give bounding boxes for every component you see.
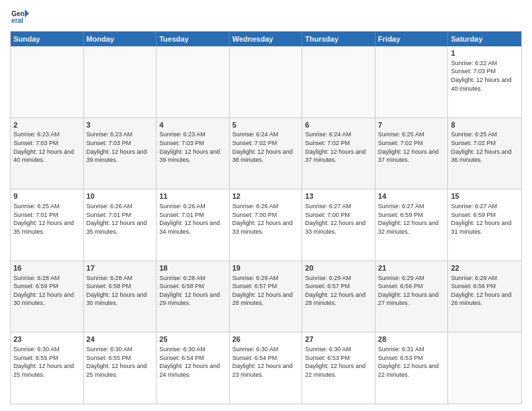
day-cell-1: 1Sunrise: 6:22 AM Sunset: 7:03 PM Daylig…	[448, 46, 521, 118]
day-info: Sunrise: 6:31 AM Sunset: 6:53 PM Dayligh…	[378, 345, 445, 379]
day-number: 22	[451, 263, 519, 273]
day-info: Sunrise: 6:30 AM Sunset: 6:54 PM Dayligh…	[159, 345, 226, 379]
day-cell-4: 4Sunrise: 6:23 AM Sunset: 7:03 PM Daylig…	[157, 118, 230, 189]
day-number: 6	[305, 120, 372, 130]
day-cell-17: 17Sunrise: 6:28 AM Sunset: 6:58 PM Dayli…	[84, 261, 157, 332]
day-cell-14: 14Sunrise: 6:27 AM Sunset: 6:59 PM Dayli…	[375, 189, 449, 261]
day-cell-27: 27Sunrise: 6:30 AM Sunset: 6:53 PM Dayli…	[302, 332, 375, 404]
day-info: Sunrise: 6:28 AM Sunset: 6:59 PM Dayligh…	[13, 274, 81, 308]
day-cell-21: 21Sunrise: 6:29 AM Sunset: 6:56 PM Dayli…	[375, 261, 449, 332]
day-cell-6: 6Sunrise: 6:24 AM Sunset: 7:02 PM Daylig…	[302, 118, 375, 189]
header-day-sunday: Sunday	[11, 32, 84, 46]
day-number: 23	[13, 334, 81, 345]
day-cell-18: 18Sunrise: 6:28 AM Sunset: 6:58 PM Dayli…	[157, 261, 230, 332]
day-info: Sunrise: 6:26 AM Sunset: 7:01 PM Dayligh…	[87, 202, 154, 236]
empty-cell	[11, 46, 84, 118]
day-info: Sunrise: 6:24 AM Sunset: 7:02 PM Dayligh…	[305, 130, 372, 164]
header: Gen eral	[10, 7, 522, 26]
day-number: 19	[232, 263, 300, 273]
day-cell-22: 22Sunrise: 6:29 AM Sunset: 6:56 PM Dayli…	[448, 261, 521, 332]
calendar-body: 1Sunrise: 6:22 AM Sunset: 7:03 PM Daylig…	[11, 46, 521, 404]
calendar-header: SundayMondayTuesdayWednesdayThursdayFrid…	[11, 32, 521, 46]
empty-cell	[302, 46, 375, 118]
day-cell-26: 26Sunrise: 6:30 AM Sunset: 6:54 PM Dayli…	[230, 332, 303, 404]
calendar-page: Gen eral SundayMondayTuesdayWednesdayThu…	[0, 0, 532, 411]
day-number: 14	[378, 191, 445, 201]
day-cell-28: 28Sunrise: 6:31 AM Sunset: 6:53 PM Dayli…	[375, 332, 449, 404]
day-number: 17	[87, 263, 154, 273]
week-row-0: 1Sunrise: 6:22 AM Sunset: 7:03 PM Daylig…	[11, 46, 521, 118]
day-number: 8	[451, 120, 519, 130]
day-cell-12: 12Sunrise: 6:26 AM Sunset: 7:00 PM Dayli…	[230, 189, 303, 261]
day-cell-2: 2Sunrise: 6:23 AM Sunset: 7:03 PM Daylig…	[11, 118, 84, 189]
day-number: 27	[305, 334, 372, 345]
header-day-tuesday: Tuesday	[157, 32, 230, 46]
calendar: SundayMondayTuesdayWednesdayThursdayFrid…	[10, 31, 522, 404]
day-info: Sunrise: 6:22 AM Sunset: 7:03 PM Dayligh…	[451, 59, 519, 93]
day-info: Sunrise: 6:25 AM Sunset: 7:01 PM Dayligh…	[13, 202, 81, 236]
day-number: 3	[87, 120, 154, 130]
day-info: Sunrise: 6:29 AM Sunset: 6:56 PM Dayligh…	[451, 274, 519, 308]
day-cell-13: 13Sunrise: 6:27 AM Sunset: 7:00 PM Dayli…	[302, 189, 375, 261]
day-info: Sunrise: 6:29 AM Sunset: 6:57 PM Dayligh…	[305, 274, 372, 308]
day-cell-15: 15Sunrise: 6:27 AM Sunset: 6:59 PM Dayli…	[448, 189, 521, 261]
day-cell-19: 19Sunrise: 6:29 AM Sunset: 6:57 PM Dayli…	[230, 261, 303, 332]
day-cell-23: 23Sunrise: 6:30 AM Sunset: 6:55 PM Dayli…	[11, 332, 84, 404]
day-info: Sunrise: 6:23 AM Sunset: 7:03 PM Dayligh…	[13, 130, 81, 164]
day-number: 20	[305, 263, 372, 273]
empty-cell	[84, 46, 157, 118]
day-info: Sunrise: 6:23 AM Sunset: 7:03 PM Dayligh…	[87, 130, 154, 164]
day-cell-10: 10Sunrise: 6:26 AM Sunset: 7:01 PM Dayli…	[84, 189, 157, 261]
day-number: 2	[13, 120, 81, 130]
header-day-friday: Friday	[375, 32, 449, 46]
day-cell-16: 16Sunrise: 6:28 AM Sunset: 6:59 PM Dayli…	[11, 261, 84, 332]
svg-marker-2	[25, 9, 29, 17]
day-number: 25	[159, 334, 226, 345]
day-number: 11	[159, 191, 226, 201]
week-row-4: 23Sunrise: 6:30 AM Sunset: 6:55 PM Dayli…	[11, 332, 521, 404]
day-number: 13	[305, 191, 372, 201]
logo-icon: Gen eral	[10, 7, 29, 26]
day-number: 1	[451, 48, 519, 58]
day-number: 15	[451, 191, 519, 201]
day-info: Sunrise: 6:26 AM Sunset: 7:00 PM Dayligh…	[232, 202, 300, 236]
day-info: Sunrise: 6:27 AM Sunset: 7:00 PM Dayligh…	[305, 202, 372, 236]
day-number: 24	[87, 334, 154, 345]
day-cell-5: 5Sunrise: 6:24 AM Sunset: 7:02 PM Daylig…	[230, 118, 303, 189]
header-day-saturday: Saturday	[448, 32, 521, 46]
day-info: Sunrise: 6:27 AM Sunset: 6:59 PM Dayligh…	[378, 202, 445, 236]
day-number: 5	[232, 120, 300, 130]
day-cell-11: 11Sunrise: 6:26 AM Sunset: 7:01 PM Dayli…	[157, 189, 230, 261]
week-row-3: 16Sunrise: 6:28 AM Sunset: 6:59 PM Dayli…	[11, 261, 521, 332]
empty-cell	[448, 332, 521, 404]
day-number: 21	[378, 263, 445, 273]
day-cell-8: 8Sunrise: 6:25 AM Sunset: 7:02 PM Daylig…	[448, 118, 521, 189]
empty-cell	[375, 46, 449, 118]
day-number: 4	[159, 120, 226, 130]
header-day-thursday: Thursday	[302, 32, 375, 46]
svg-text:eral: eral	[11, 17, 24, 24]
day-cell-9: 9Sunrise: 6:25 AM Sunset: 7:01 PM Daylig…	[11, 189, 84, 261]
logo: Gen eral	[10, 7, 32, 26]
day-number: 28	[378, 334, 445, 345]
day-info: Sunrise: 6:30 AM Sunset: 6:55 PM Dayligh…	[13, 345, 81, 379]
day-number: 7	[378, 120, 445, 130]
day-info: Sunrise: 6:30 AM Sunset: 6:55 PM Dayligh…	[87, 345, 154, 379]
day-cell-25: 25Sunrise: 6:30 AM Sunset: 6:54 PM Dayli…	[157, 332, 230, 404]
day-cell-24: 24Sunrise: 6:30 AM Sunset: 6:55 PM Dayli…	[84, 332, 157, 404]
day-info: Sunrise: 6:25 AM Sunset: 7:02 PM Dayligh…	[451, 130, 519, 164]
day-info: Sunrise: 6:27 AM Sunset: 6:59 PM Dayligh…	[451, 202, 519, 236]
day-info: Sunrise: 6:29 AM Sunset: 6:57 PM Dayligh…	[232, 274, 300, 308]
week-row-1: 2Sunrise: 6:23 AM Sunset: 7:03 PM Daylig…	[11, 118, 521, 189]
day-number: 26	[232, 334, 300, 345]
day-info: Sunrise: 6:24 AM Sunset: 7:02 PM Dayligh…	[232, 130, 300, 164]
day-cell-3: 3Sunrise: 6:23 AM Sunset: 7:03 PM Daylig…	[84, 118, 157, 189]
empty-cell	[157, 46, 230, 118]
day-number: 9	[13, 191, 81, 201]
day-info: Sunrise: 6:29 AM Sunset: 6:56 PM Dayligh…	[378, 274, 445, 308]
day-info: Sunrise: 6:28 AM Sunset: 6:58 PM Dayligh…	[87, 274, 154, 308]
day-cell-7: 7Sunrise: 6:25 AM Sunset: 7:02 PM Daylig…	[375, 118, 449, 189]
header-day-wednesday: Wednesday	[230, 32, 303, 46]
day-info: Sunrise: 6:28 AM Sunset: 6:58 PM Dayligh…	[159, 274, 226, 308]
day-info: Sunrise: 6:30 AM Sunset: 6:54 PM Dayligh…	[232, 345, 300, 379]
